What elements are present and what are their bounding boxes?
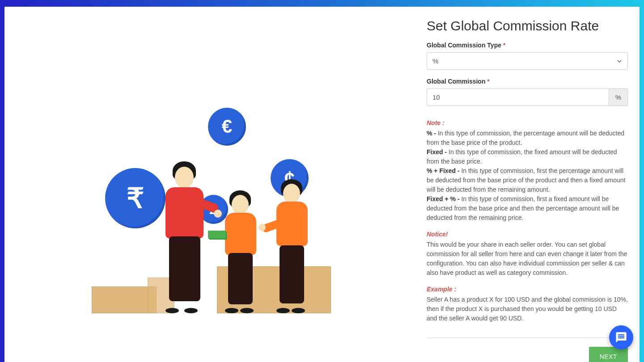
note-fixed-percent: Fixed + % - In this type of commission, … — [427, 194, 628, 223]
note-header: Note : — [427, 118, 628, 128]
rupee-coin-icon: ₹ — [105, 168, 165, 228]
note-fixed: Fixed - In this type of commission, the … — [427, 147, 628, 166]
form-panel: Set Global Commission Rate Global Commis… — [427, 18, 628, 362]
chat-icon — [615, 331, 627, 344]
commission-type-select[interactable]: % — [427, 52, 628, 70]
note-percent-fixed: % + Fixed - In this type of commission, … — [427, 166, 628, 194]
notice-header: Notice! — [427, 230, 628, 239]
example-text: Seller A has a product X for 100 USD and… — [427, 295, 628, 323]
euro-coin-icon: € — [208, 108, 246, 146]
chat-widget-button[interactable] — [609, 325, 633, 349]
money-icon — [208, 231, 226, 239]
commission-label: Global Commission * — [427, 78, 628, 85]
divider — [427, 337, 628, 338]
illustration-panel: € ₹ £ ¢ — [16, 18, 409, 362]
note-percent: % - In this type of commission, the perc… — [427, 129, 628, 147]
commission-input[interactable] — [427, 88, 609, 106]
notice-text: This would be your share in each seller … — [427, 240, 628, 278]
example-header: Example : — [427, 285, 628, 294]
commission-addon: % — [609, 88, 628, 106]
page-title: Set Global Commission Rate — [427, 18, 628, 34]
commission-type-label: Global Commission Type * — [427, 42, 628, 49]
commission-illustration: € ₹ £ ¢ — [92, 72, 333, 313]
